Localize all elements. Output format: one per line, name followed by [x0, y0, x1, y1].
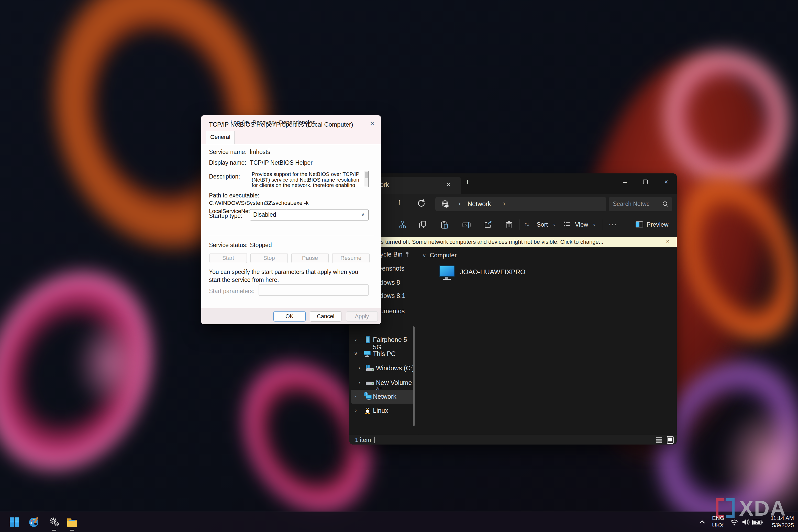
view-button[interactable]: View ∨ [563, 218, 599, 231]
delete-icon [505, 220, 513, 229]
notification-bar[interactable]: is turned off. Some network computers an… [349, 237, 677, 247]
chevron-right-icon[interactable]: › [355, 337, 357, 342]
notification-close-icon[interactable]: × [666, 238, 670, 245]
linux-penguin-icon [364, 406, 372, 415]
network-globe-icon [441, 200, 450, 209]
language-line2: UKX [712, 522, 724, 529]
details-view-icon[interactable] [655, 436, 663, 444]
sidebar-scrollbar[interactable] [413, 326, 415, 426]
desktop: { "colors": { "accent_blue": "#4cc2ff", … [0, 0, 798, 532]
file-item-label: JOAO-HUAWEIXPRO [460, 268, 525, 276]
chevron-right-icon[interactable]: › [355, 407, 357, 413]
pause-button[interactable]: Pause [291, 253, 329, 263]
view-label: View [575, 221, 588, 228]
chevron-right-icon[interactable]: › [359, 380, 360, 385]
tab-label: Recovery [252, 119, 276, 126]
more-options-button[interactable]: … [608, 217, 617, 227]
tab-dependencies[interactable]: Dependencies [275, 116, 319, 129]
cancel-button[interactable]: Cancel [310, 311, 341, 322]
taskbar-services-button[interactable] [48, 515, 61, 529]
group-chevron-icon[interactable]: ∨ [422, 253, 426, 259]
dialog-close-icon[interactable]: × [370, 119, 374, 128]
preview-toggle[interactable]: Preview [635, 218, 674, 231]
sidebar-label: Windows (C:) [376, 364, 414, 372]
ok-button[interactable]: OK [273, 311, 306, 322]
sidebar-item-this-pc[interactable]: ∨ This PC [349, 347, 416, 361]
breadcrumb-chevron-2[interactable]: › [503, 200, 505, 208]
taskbar-paint-button[interactable] [27, 515, 41, 529]
chevron-right-icon[interactable]: › [359, 365, 360, 370]
sort-button[interactable]: ↑↓ Sort ∨ [524, 218, 560, 231]
address-bar[interactable]: › Network › [435, 197, 606, 211]
display-name-value: TCP/IP NetBIOS Helper [250, 158, 312, 167]
window-close-button[interactable]: × [658, 175, 674, 189]
copy-icon [418, 220, 427, 229]
delete-button[interactable] [503, 218, 515, 231]
text-caret [269, 148, 269, 156]
sort-arrows-icon: ↑↓ [524, 221, 529, 228]
window-maximize-button[interactable] [638, 175, 653, 189]
breadcrumb-network[interactable]: Network [468, 200, 491, 208]
preview-label: Preview [647, 221, 668, 228]
service-status-label: Service status: [209, 241, 248, 249]
path-label: Path to executable: [209, 191, 259, 200]
description-scrollbar[interactable] [364, 171, 368, 187]
taskbar-file-explorer-button[interactable] [65, 515, 79, 529]
battery-charging-icon[interactable] [752, 518, 763, 527]
group-header-computer[interactable]: Computer [430, 252, 457, 259]
share-button[interactable] [482, 218, 494, 231]
file-item-computer[interactable]: JOAO-HUAWEIXPRO [434, 261, 567, 284]
startup-type-dropdown[interactable]: Disabled ∨ [250, 209, 368, 221]
chevron-up-icon[interactable] [698, 518, 706, 526]
wifi-icon[interactable] [729, 517, 739, 527]
new-tab-button[interactable]: + [465, 177, 470, 187]
rename-icon: A [462, 220, 471, 229]
search-box[interactable]: Search Netwc [609, 197, 672, 211]
services-gears-icon [48, 516, 60, 528]
startup-type-value: Disabled [253, 211, 276, 218]
resume-button[interactable]: Resume [332, 253, 369, 263]
refresh-icon [416, 198, 425, 208]
pin-icon [404, 251, 411, 258]
paste-button[interactable] [438, 218, 451, 231]
search-placeholder: Search Netwc [613, 201, 649, 207]
clock-time: 11:14 AM [765, 515, 794, 522]
chevron-right-icon[interactable]: › [355, 393, 356, 399]
drive-icon [365, 379, 375, 387]
paste-icon [440, 220, 449, 229]
start-button[interactable] [8, 515, 21, 529]
volume-icon[interactable] [741, 517, 751, 527]
sidebar-item-windows-c[interactable]: › Windows (C:) [349, 361, 416, 375]
window-minimize-button[interactable]: – [617, 175, 633, 189]
language-indicator[interactable]: ENG UKX [712, 515, 724, 529]
item-count: 1 item [355, 437, 371, 443]
maximize-icon [643, 179, 648, 184]
description-text: Provides support for the NetBIOS over TC… [252, 171, 362, 187]
start-parameters-input[interactable] [259, 284, 368, 296]
nav-refresh-button[interactable] [416, 198, 425, 209]
nav-up-button[interactable]: ↑ [397, 197, 401, 206]
apply-button[interactable]: Apply [346, 311, 378, 322]
preview-icon [635, 221, 644, 229]
sidebar-item-fairphone[interactable]: › Fairphone 5 5G [349, 333, 416, 347]
windows-logo-icon [9, 516, 20, 528]
clock[interactable]: 11:14 AM 5/9/2025 [765, 515, 794, 529]
rename-button[interactable]: A [460, 218, 473, 231]
start-button[interactable]: Start [209, 253, 247, 263]
sidebar-item-network[interactable]: › Network [351, 390, 414, 404]
tab-general[interactable]: General [206, 131, 234, 144]
tab-close-icon[interactable]: × [446, 180, 451, 189]
copy-button[interactable] [416, 218, 429, 231]
stop-button[interactable]: Stop [250, 253, 288, 263]
chevron-down-icon[interactable]: ∨ [354, 351, 358, 357]
sidebar-item-linux[interactable]: › Linux [349, 404, 416, 418]
tab-label: Dependencies [279, 119, 315, 126]
large-icons-view-icon[interactable] [667, 436, 674, 444]
cut-button[interactable] [396, 218, 409, 231]
notification-text: is turned off. Some network computers an… [380, 239, 603, 245]
description-textbox[interactable]: Provides support for the NetBIOS over TC… [250, 171, 368, 187]
status-bar: 1 item [349, 435, 677, 444]
sidebar-item-new-volume[interactable]: › New Volume (E [349, 376, 416, 390]
file-explorer-window: Network × + – × → ↑ › Network › Search N… [349, 173, 677, 444]
share-icon [484, 220, 492, 229]
